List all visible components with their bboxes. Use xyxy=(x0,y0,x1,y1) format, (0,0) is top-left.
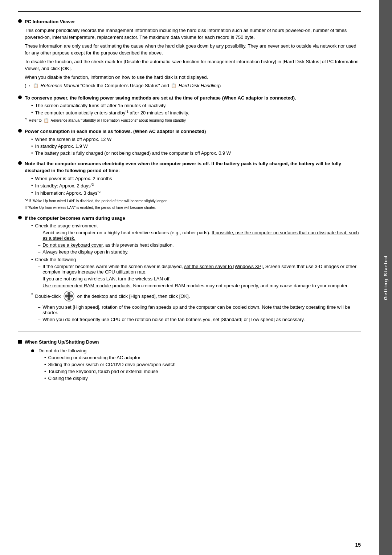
battery-section: Note that the computer consumes electric… xyxy=(18,160,361,212)
side-tab: Getting Started xyxy=(379,0,392,555)
power-item2: • In standby Approx. 1.9 W xyxy=(31,143,361,149)
pc-info-content: PC Information Viewer This computer peri… xyxy=(25,18,361,92)
side-tab-label: Getting Started xyxy=(383,255,388,300)
power-consumption-content: Power consumption in each mode is as fol… xyxy=(25,128,361,158)
small-circle-bullet xyxy=(31,349,34,352)
book-icon-1: 📋 xyxy=(33,82,38,89)
warm-usage-item2: – Do not use a keyboard cover, as this p… xyxy=(38,242,361,248)
svg-point-5 xyxy=(65,295,68,297)
warm-follow-item2: – If you are not using a wireless LAN, t… xyxy=(38,276,361,281)
page-container: PC Information Viewer This computer peri… xyxy=(0,0,392,555)
svg-text:Utility: Utility xyxy=(68,301,71,301)
do-not-list: • Connecting or disconnecting the AC ada… xyxy=(38,355,361,381)
startup-content: When Starting Up/Shutting Down Do not do… xyxy=(25,339,361,382)
power-consumption-section: Power consumption in each mode is as fol… xyxy=(18,128,361,158)
book-icon-3: 📋 xyxy=(44,118,49,124)
power-saving-content: To conserve power, the following power s… xyxy=(25,94,361,126)
startup-section: When Starting Up/Shutting Down Do not do… xyxy=(18,339,361,382)
power-item1: • When the screen is off Approx. 12 W xyxy=(31,137,361,142)
pc-info-para1: This computer periodically records the m… xyxy=(25,27,361,41)
warm-usage-item3: – Always keep the display open in standb… xyxy=(38,249,361,255)
do-not-do: Do not do the following xyxy=(31,348,361,353)
do-not-item1: • Connecting or disconnecting the AC ada… xyxy=(44,355,361,360)
do-not-item4: • Closing the display xyxy=(44,376,361,381)
pc-info-heading: PC Information Viewer xyxy=(25,18,361,25)
check-usage-env: • Check the usage environment xyxy=(31,223,361,228)
top-border xyxy=(18,11,361,12)
warm-heading: If the computer becomes warm during usag… xyxy=(25,215,361,222)
pc-info-para2: These information are only used for esti… xyxy=(25,42,361,57)
bullet-circle-3 xyxy=(18,129,22,133)
fan-control-row: • Double-click Fan Control Utility xyxy=(31,291,361,302)
warm-follow-item1: – If the computer becomes warm while the… xyxy=(38,264,361,275)
warm-follow-item3: – Use recommended RAM module products. N… xyxy=(38,283,361,288)
footnote-2b: If "Wake Up from wireless LAN" is enable… xyxy=(25,205,361,210)
footnote-1: *1 Refer to 📋 Reference Manual "Standby … xyxy=(25,117,361,123)
page-number: 15 xyxy=(355,542,361,548)
warm-usage-item1: – Avoid using the computer on a highly h… xyxy=(38,230,361,241)
startup-heading: When Starting Up/Shutting Down xyxy=(25,339,361,346)
battery-item3: • In hibernation: Approx. 3 days*2 xyxy=(31,190,361,196)
battery-item2: • In standby: Approx. 2 days*2 xyxy=(31,183,361,189)
battery-item1: • When power is off: Approx. 2 months xyxy=(31,176,361,181)
section-divider xyxy=(18,332,361,332)
warm-content: If the computer becomes warm during usag… xyxy=(25,215,361,325)
sub-dot: • xyxy=(31,103,33,108)
bullet-circle-5 xyxy=(18,216,22,219)
battery-content: Note that the computer consumes electric… xyxy=(25,160,361,212)
power-saving-item2: • The computer automatically enters stan… xyxy=(31,110,361,116)
sub-dot-2: • xyxy=(31,110,33,115)
fan-control-icon: Fan Control Utility xyxy=(64,291,74,301)
pc-info-para4: When you disable the function, informati… xyxy=(25,74,361,81)
bullet-circle xyxy=(18,19,22,23)
book-icon-2: 📋 xyxy=(171,82,176,89)
footnote-2a: *2 If "Wake Up from wired LAN" is disabl… xyxy=(25,198,361,204)
battery-heading: Note that the computer consumes electric… xyxy=(25,160,361,174)
power-item3: • The battery pack is fully charged (or … xyxy=(31,150,361,156)
bullet-circle-2 xyxy=(18,96,22,99)
pc-info-para3: To disable the function, add the check m… xyxy=(25,58,361,72)
superscript-1: *1 xyxy=(125,110,128,113)
bullet-circle-4 xyxy=(18,161,22,165)
svg-point-2 xyxy=(68,292,70,295)
main-content: PC Information Viewer This computer peri… xyxy=(0,0,379,555)
power-saving-item1: • The screen automatically turns off aft… xyxy=(31,103,361,108)
power-saving-heading: To conserve power, the following power s… xyxy=(25,94,361,102)
svg-point-3 xyxy=(70,295,73,297)
power-saving-section: To conserve power, the following power s… xyxy=(18,94,361,126)
do-not-item3: • Touching the keyboard, touch pad or ex… xyxy=(44,369,361,374)
square-bullet xyxy=(18,340,22,344)
pc-info-reference: (→ 📋 Reference Manual "Check the Compute… xyxy=(25,82,361,89)
check-following: • Check the following xyxy=(31,257,361,262)
warm-section: If the computer becomes warm during usag… xyxy=(18,215,361,325)
pc-info-section: PC Information Viewer This computer peri… xyxy=(18,18,361,92)
power-consumption-heading: Power consumption in each mode is as fol… xyxy=(25,128,361,135)
fan-item1: – When you set [High speed], rotation of… xyxy=(38,304,361,315)
fan-item2: – When you do not frequently use CPU or … xyxy=(38,317,361,322)
do-not-item2: • Sliding the power switch or CD/DVD dri… xyxy=(44,362,361,367)
